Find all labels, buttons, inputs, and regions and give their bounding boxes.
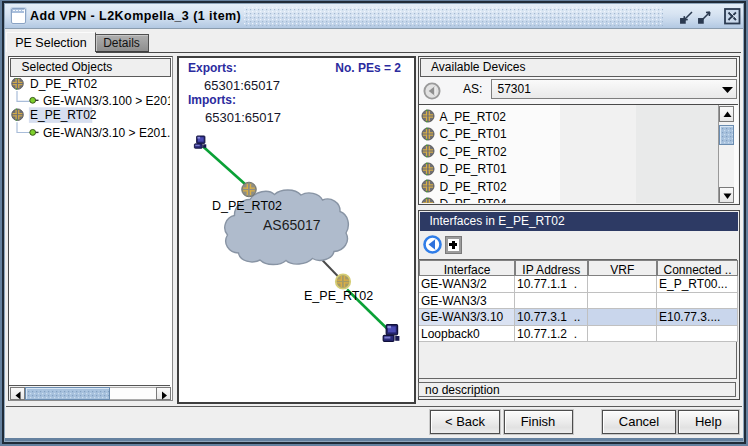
- svg-text:E_PE_RT02: E_PE_RT02: [304, 288, 373, 302]
- svg-text:AS65017: AS65017: [263, 217, 321, 233]
- svg-text:D_PE_RT02: D_PE_RT02: [212, 199, 282, 213]
